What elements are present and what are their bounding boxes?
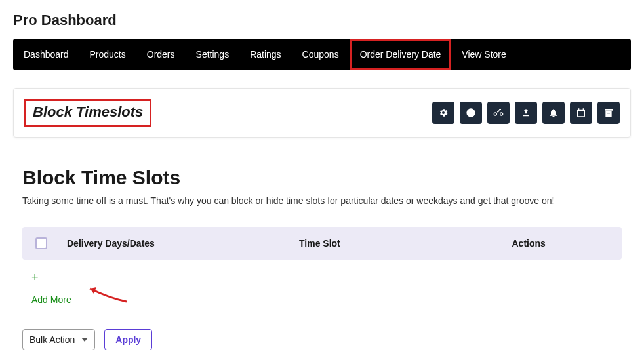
panel-title-highlight: Block Timeslots xyxy=(24,99,151,127)
nav-item-ratings[interactable]: Ratings xyxy=(239,39,291,70)
plus-icon: + xyxy=(31,271,622,283)
archive-icon[interactable] xyxy=(597,102,620,124)
annotation-arrow xyxy=(82,283,128,306)
table-area: Delivery Days/Dates Time Slot Actions + … xyxy=(22,227,622,350)
add-more-wrap: + Add More xyxy=(22,271,622,306)
bell-icon[interactable] xyxy=(542,102,565,124)
section-heading: Block Time Slots xyxy=(22,167,622,189)
nav-item-dashboard[interactable]: Dashboard xyxy=(13,39,79,70)
apply-button[interactable]: Apply xyxy=(104,329,152,350)
section-description: Taking some time off is a must. That's w… xyxy=(22,195,622,206)
section-block-timeslots: Block Time Slots Taking some time off is… xyxy=(13,167,631,350)
nav-item-view-store[interactable]: View Store xyxy=(451,39,516,70)
nav-item-settings[interactable]: Settings xyxy=(186,39,240,70)
page-title: Pro Dashboard xyxy=(13,12,631,29)
select-all-checkbox[interactable] xyxy=(35,237,47,249)
bulk-actions-row: Bulk Action Apply xyxy=(22,329,622,350)
calendar-icon[interactable] xyxy=(570,102,592,124)
main-nav: Dashboard Products Orders Settings Ratin… xyxy=(13,39,631,70)
panel-title: Block Timeslots xyxy=(33,104,143,121)
table-header: Delivery Days/Dates Time Slot Actions xyxy=(22,227,622,260)
nav-item-coupons[interactable]: Coupons xyxy=(292,39,350,70)
column-days-header: Delivery Days/Dates xyxy=(67,238,299,249)
clock-icon[interactable] xyxy=(460,102,482,124)
bulk-action-label: Bulk Action xyxy=(30,334,75,345)
nav-item-products[interactable]: Products xyxy=(79,39,136,70)
subheader-panel: Block Timeslots xyxy=(13,88,631,138)
chevron-down-icon xyxy=(81,338,88,342)
column-actions-header: Actions xyxy=(512,238,609,249)
upload-icon[interactable] xyxy=(515,102,537,124)
bulk-action-dropdown[interactable]: Bulk Action xyxy=(22,329,95,350)
add-more-link[interactable]: Add More xyxy=(31,294,71,305)
nav-item-orders[interactable]: Orders xyxy=(136,39,186,70)
gear-icon[interactable] xyxy=(432,102,454,124)
icon-row xyxy=(432,102,620,124)
column-checkbox xyxy=(35,237,67,249)
bicycle-icon[interactable] xyxy=(487,102,510,124)
column-timeslot-header: Time Slot xyxy=(299,238,512,249)
nav-item-order-delivery-date[interactable]: Order Delivery Date xyxy=(350,39,452,70)
